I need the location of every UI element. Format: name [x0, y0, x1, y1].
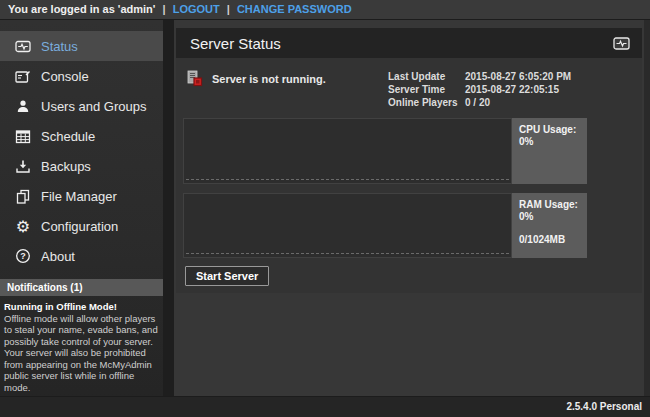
sidebar-item-status[interactable]: Status — [0, 31, 163, 61]
notifications-header: Notifications (1) — [0, 279, 163, 296]
ram-usage-detail: 0/1024MB — [519, 234, 587, 246]
sidebar-item-label: Configuration — [41, 219, 118, 234]
cpu-usage-box: CPU Usage: 0% — [512, 118, 587, 184]
info-row-last-update: Last Update 2015-08-27 6:05:20 PM — [388, 70, 633, 83]
sidebar-item-console[interactable]: Console — [0, 61, 163, 91]
info-row-online-players: Online Players 0 / 20 — [388, 96, 633, 109]
change-password-link[interactable]: CHANGE PASSWORD — [237, 3, 352, 15]
download-tray-icon — [14, 159, 32, 174]
sidebar-item-label: About — [41, 249, 75, 264]
info-value: 2015-08-27 22:05:15 — [465, 83, 559, 96]
content-area: Server Status Server is not running. Las… — [174, 20, 644, 396]
cpu-usage-chart — [183, 118, 512, 184]
question-circle-icon: ? — [14, 248, 32, 264]
server-status-message: Server is not running. — [212, 73, 326, 85]
sidebar-item-label: Status — [41, 39, 78, 54]
cpu-usage-value: 0% — [519, 136, 587, 148]
sidebar-item-label: Console — [41, 69, 89, 84]
info-label: Last Update — [388, 70, 465, 83]
sidebar-item-label: Users and Groups — [41, 99, 147, 114]
info-label: Online Players — [388, 96, 465, 109]
ram-usage-box: RAM Usage: 0% 0/1024MB — [512, 193, 587, 258]
sidebar-item-about[interactable]: ? About — [0, 241, 163, 271]
version-text: 2.5.4.0 Personal — [566, 401, 642, 412]
separator: | — [163, 3, 166, 15]
sidebar: Status Console Users and Groups Schedule — [0, 20, 163, 417]
topbar: You are logged in as 'admin' | LOGOUT | … — [0, 0, 650, 20]
ram-usage-value: 0% — [519, 211, 587, 223]
notification-text: Offline mode will allow other players to… — [4, 313, 160, 394]
console-icon — [14, 69, 32, 84]
sidebar-item-label: File Manager — [41, 189, 117, 204]
info-value: 2015-08-27 6:05:20 PM — [465, 70, 571, 83]
info-label: Server Time — [388, 83, 465, 96]
server-stopped-icon — [186, 70, 203, 87]
sidebar-item-label: Backups — [41, 159, 91, 174]
sidebar-divider — [163, 20, 174, 396]
ram-usage-label: RAM Usage: — [519, 199, 587, 211]
app-window: You are logged in as 'admin' | LOGOUT | … — [0, 0, 650, 417]
login-status-text: You are logged in as 'admin' — [8, 3, 155, 15]
sidebar-item-users-and-groups[interactable]: Users and Groups — [0, 91, 163, 121]
info-row-server-time: Server Time 2015-08-27 22:05:15 — [388, 83, 633, 96]
sidebar-item-file-manager[interactable]: File Manager — [0, 181, 163, 211]
sidebar-item-configuration[interactable]: ⚙ Configuration — [0, 211, 163, 241]
server-status-panel: Server Status Server is not running. Las… — [176, 28, 642, 293]
panel-body: Server is not running. Last Update 2015-… — [176, 58, 642, 293]
info-value: 0 / 20 — [465, 96, 490, 109]
sidebar-menu: Status Console Users and Groups Schedule — [0, 31, 163, 271]
activity-icon[interactable] — [613, 36, 630, 51]
gear-icon: ⚙ — [14, 219, 32, 234]
separator: | — [227, 3, 230, 15]
notification-item: Running in Offline Mode! Offline mode wi… — [4, 301, 160, 393]
activity-icon — [14, 39, 32, 54]
panel-header: Server Status — [176, 28, 642, 58]
ram-usage-chart — [183, 193, 512, 258]
user-icon — [14, 99, 32, 114]
bottom-bar: 2.5.4.0 Personal — [0, 396, 650, 417]
notification-title: Running in Offline Mode! — [4, 301, 160, 313]
calendar-icon — [14, 129, 32, 144]
logout-link[interactable]: LOGOUT — [173, 3, 220, 15]
page-title: Server Status — [190, 35, 613, 52]
cpu-usage-label: CPU Usage: — [519, 124, 587, 136]
svg-text:?: ? — [20, 251, 26, 261]
sidebar-item-schedule[interactable]: Schedule — [0, 121, 163, 151]
start-server-button[interactable]: Start Server — [185, 266, 269, 286]
server-status-row: Server is not running. — [186, 70, 326, 87]
server-info: Last Update 2015-08-27 6:05:20 PM Server… — [388, 70, 633, 109]
sidebar-item-label: Schedule — [41, 129, 95, 144]
pages-icon — [14, 189, 32, 204]
sidebar-item-backups[interactable]: Backups — [0, 151, 163, 181]
